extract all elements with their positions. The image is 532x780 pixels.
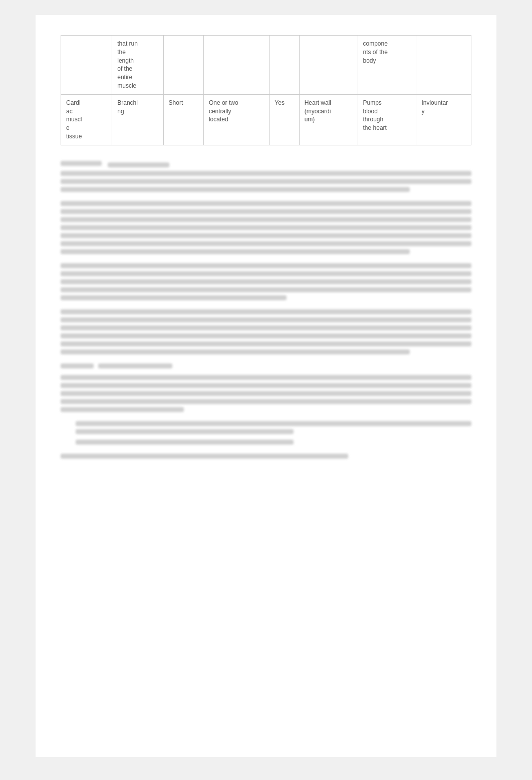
cell-r1-c3	[163, 36, 203, 95]
cell-r2-c5: Yes	[270, 94, 299, 145]
cell-r1-c2: that run the length of the entire muscle	[112, 36, 163, 95]
cell-r2-c6: Heart wall (myocardi um)	[299, 94, 358, 145]
blurred-paragraph-2	[61, 201, 471, 254]
cell-r2-c3: Short	[163, 94, 203, 145]
cell-r2-c4: One or two centrally located	[203, 94, 269, 145]
cell-r1-c5	[270, 36, 299, 95]
page-container: that run the length of the entire muscle…	[36, 15, 496, 757]
cell-r2-c8: Invlountar y	[416, 94, 471, 145]
blurred-paragraph-1	[61, 160, 471, 192]
blurred-paragraph-4	[61, 309, 471, 354]
cell-r2-c7: Pumps blood through the heart	[358, 94, 416, 145]
cell-r1-c7: compone nts of the body	[358, 36, 416, 95]
cell-r1-c8	[416, 36, 471, 95]
muscle-comparison-table: that run the length of the entire muscle…	[61, 35, 471, 145]
blurred-paragraph-6	[61, 421, 471, 445]
table-row-2: Cardi ac muscl e tissue Branchi ng Short…	[61, 94, 471, 145]
table-row-1: that run the length of the entire muscle…	[61, 36, 471, 95]
blurred-paragraph-7	[61, 454, 471, 459]
cell-r2-c1: Cardi ac muscl e tissue	[61, 94, 112, 145]
cell-r1-c1	[61, 36, 112, 95]
cell-r2-c2: Branchi ng	[112, 94, 163, 145]
blurred-paragraph-3	[61, 263, 471, 300]
cell-r1-c4	[203, 36, 269, 95]
cell-r1-c6	[299, 36, 358, 95]
blurred-paragraph-5	[61, 363, 471, 412]
